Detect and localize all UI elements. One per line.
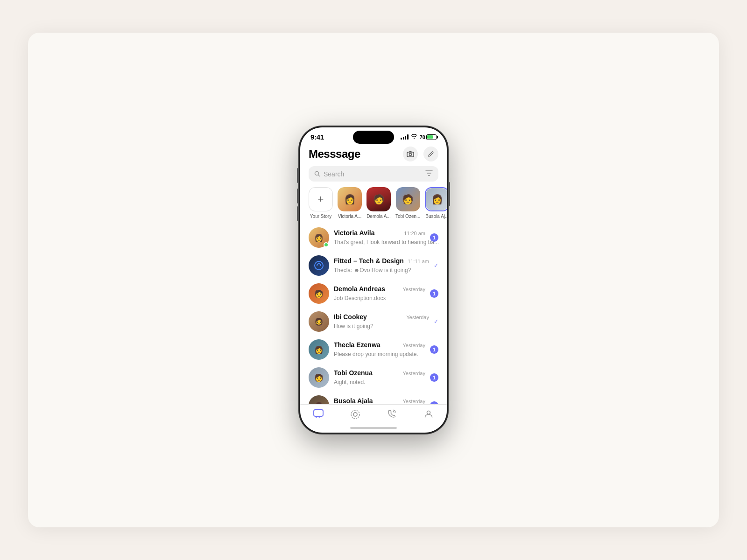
battery-percent: 70 [420,134,425,140]
compose-button[interactable] [423,147,438,161]
conv-name-thecla: Thecla Ezenwa [334,341,381,349]
check-icon-fitted: ✓ [434,262,438,269]
conv-name-demola: Demola Andreas [334,285,385,293]
home-bar [350,427,397,429]
svg-point-6 [351,410,359,419]
conversation-ibi[interactable]: 🧔 Ibi Cookey Yesterday How is it going? … [300,308,447,336]
svg-rect-4 [314,410,323,416]
svg-point-7 [427,411,430,414]
conv-body-fitted: Fitted – Tech & Design 11:11 am Thecla: … [334,257,429,274]
conv-time-thecla: Yesterday [402,343,425,348]
unread-badge-demola: 1 [430,289,438,298]
tab-stories[interactable] [337,409,374,421]
conversation-tobi[interactable]: 🧑 Tobi Ozenua Yesterday Aight, noted. 1 [300,364,447,392]
story-busola-label: Busola Aj... [425,214,447,219]
svg-point-2 [315,172,319,175]
avatar-fitted [309,255,329,276]
conv-name-fitted: Fitted – Tech & Design [334,257,404,265]
conv-time-victoria: 11:20 am [404,231,425,236]
conv-name-busola: Busola Ajala [334,397,373,404]
search-placeholder: Search [324,170,344,178]
conversation-fitted[interactable]: Fitted – Tech & Design 11:11 am Thecla: … [300,252,447,280]
tab-stories-icon [350,409,360,421]
filter-button[interactable] [425,170,433,178]
story-add-button[interactable]: + [309,187,333,211]
story-victoria-label: Victoria A... [338,214,361,219]
conv-time-fitted: 11:11 am [408,259,429,264]
conv-preview-thecla: Please drop your morning update. [334,351,418,357]
conv-name-ibi: Ibi Cookey [334,313,367,321]
unread-badge-tobi: 1 [430,373,438,382]
app-header: Messsage [300,143,447,164]
tab-messages-icon [313,409,324,420]
conv-right-fitted: ✓ [434,262,438,269]
page-title: Messsage [309,147,360,161]
conv-preview-victoria: That's great, I look forward to hearing … [334,239,439,245]
search-bar[interactable]: Search [309,166,438,182]
conv-right-demola: 1 [430,289,438,298]
story-item-victoria[interactable]: 👩 Victoria A... [338,187,362,219]
avatar-thecla: 👩 [309,339,329,360]
svg-point-5 [353,413,357,416]
tab-messages[interactable] [300,409,337,421]
phone-shell: 9:41 70 [299,126,448,434]
conversation-victoria-avila[interactable]: 👩 Victoria Avila 11:20 am That's great, … [300,224,447,252]
unread-badge-thecla: 1 [430,345,438,354]
status-time: 9:41 [310,133,324,141]
phone-screen: 9:41 70 [300,127,447,433]
avatar-ibi: 🧔 [309,311,329,332]
svg-point-1 [409,154,412,156]
tab-calls-icon [387,409,396,420]
tab-profile[interactable] [410,409,447,421]
conv-time-ibi: Yesterday [406,315,429,320]
svg-point-3 [315,261,323,270]
avatar-victoria: 👩 [309,227,329,248]
tab-profile-icon [424,409,433,420]
story-tobi-label: Tobi Ozen... [395,214,420,219]
story-your-story-label: Your Story [310,214,331,219]
conversation-thecla[interactable]: 👩 Thecla Ezenwa Yesterday Please drop yo… [300,336,447,364]
stories-row: + Your Story 👩 Victoria A... 🧑 Demol [300,185,447,224]
story-item-busola[interactable]: 👩 Busola Aj... [425,187,447,219]
conversation-busola[interactable]: 👨 Busola Ajala Yesterday Aight, noted 1 [300,392,447,404]
desktop-background: 9:41 70 [28,33,719,527]
avatar-busola: 👨 [309,395,329,404]
conv-time-tobi: Yesterday [402,371,425,376]
app-content: Messsage [300,143,447,433]
home-indicator [300,423,447,433]
story-item-demola[interactable]: 🧑 Demola A... [366,187,391,219]
tab-calls[interactable] [374,409,410,421]
story-avatar-tobi: 🧑 [396,187,420,211]
conv-name-tobi: Tobi Ozenua [334,369,373,377]
svg-rect-0 [407,152,414,157]
conv-right-victoria: 1 [430,233,438,242]
conv-time-demola: Yesterday [402,287,425,292]
conv-right-ibi: ✓ [434,318,438,325]
conversations-list: 👩 Victoria Avila 11:20 am That's great, … [300,224,447,404]
unread-badge-victoria: 1 [430,233,438,242]
story-avatar-victoria: 👩 [338,187,362,211]
search-input-area[interactable]: Search [314,170,422,178]
conversation-demola[interactable]: 🧑 Demola Andreas Yesterday Job Descripti… [300,280,447,308]
conv-right-tobi: 1 [430,373,438,382]
conv-body-ibi: Ibi Cookey Yesterday How is it going? [334,313,429,330]
conv-body-tobi: Tobi Ozenua Yesterday Aight, noted. [334,369,425,386]
story-demola-label: Demola A... [366,214,391,219]
story-item-your-story[interactable]: + Your Story [309,187,333,219]
conv-body-victoria: Victoria Avila 11:20 am That's great, I … [334,229,425,246]
conv-name-victoria: Victoria Avila [334,229,374,237]
story-avatar-demola: 🧑 [366,187,391,211]
battery-icon: 70 [420,134,437,140]
online-indicator [324,242,329,247]
conv-preview-demola: Job Description.docx [334,295,386,301]
check-icon-ibi: ✓ [434,318,438,325]
signal-icon [401,134,409,140]
avatar-demola: 🧑 [309,283,329,304]
wifi-icon [411,134,417,140]
status-bar: 9:41 70 [300,127,447,143]
story-item-tobi[interactable]: 🧑 Tobi Ozen... [395,187,420,219]
conv-right-thecla: 1 [430,345,438,354]
conv-body-busola: Busola Ajala Yesterday Aight, noted [334,397,425,404]
camera-button[interactable] [403,147,418,161]
avatar-tobi: 🧑 [309,367,329,388]
